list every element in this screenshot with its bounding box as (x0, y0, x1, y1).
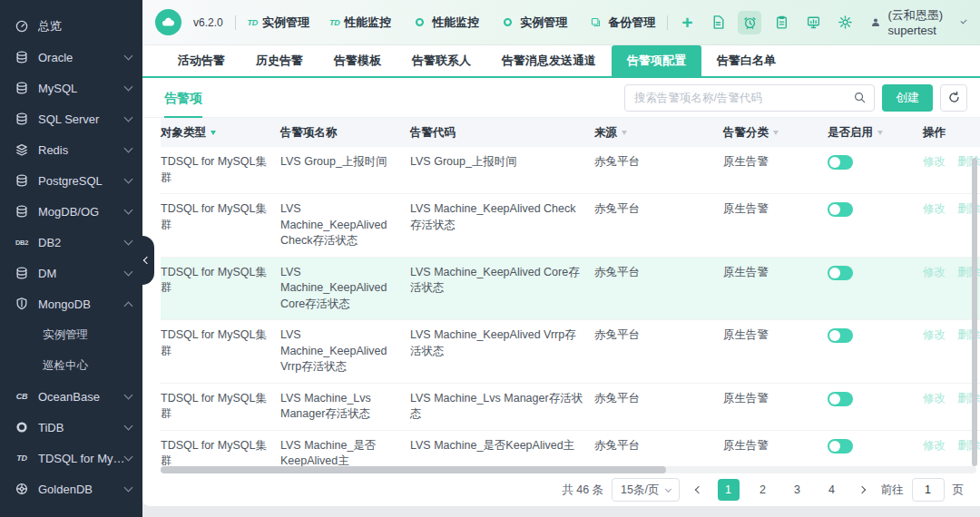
create-button[interactable]: 创建 (882, 84, 933, 112)
filter-icon[interactable] (877, 131, 883, 138)
topbar-tabs: TD实例管理TD性能监控性能监控实例管理备份管理 (248, 15, 656, 31)
topbar-tab-instance-management-td[interactable]: TD实例管理 (248, 15, 309, 31)
column-header-object-type[interactable]: 对象类型 (161, 125, 280, 141)
column-header-source[interactable]: 来源 (594, 125, 723, 141)
enable-toggle[interactable] (828, 392, 853, 406)
sidebar-item-oceanbase[interactable]: CBOceanBase (0, 381, 142, 412)
sidebar-item-redis[interactable]: Redis (0, 134, 142, 165)
search-input[interactable] (625, 92, 845, 104)
horizontal-scrollbar[interactable] (161, 466, 666, 473)
sidebar-collapse-handle[interactable] (142, 236, 154, 285)
subnav-tab-alert-whitelist[interactable]: 告警白名单 (701, 45, 791, 76)
user-menu[interactable]: (云和恩墨) supertest (870, 7, 965, 37)
cell-object-type: TDSQL for MySQL集群 (161, 147, 280, 193)
subnav-tab-alert-item-config[interactable]: 告警项配置 (612, 45, 701, 76)
topbar-tab-performance-monitor[interactable]: 性能监控 (411, 15, 479, 31)
topbar-tab-performance-monitor-td[interactable]: TD性能监控 (329, 15, 391, 31)
prev-page-button[interactable] (688, 479, 710, 501)
gear-icon-button[interactable] (833, 11, 857, 34)
table-row: TDSQL for MySQL集群LVS Group_上报时间LVS Group… (161, 147, 980, 194)
enable-toggle[interactable] (828, 155, 853, 170)
page-numbers: 1234 (718, 479, 843, 501)
enable-toggle[interactable] (828, 202, 853, 217)
edit-link[interactable]: 修改 (923, 202, 946, 215)
sidebar-item-dm[interactable]: DM (0, 258, 142, 288)
sidebar-item-mysql[interactable]: MySQL (0, 73, 142, 103)
monitor-icon-button[interactable] (801, 11, 825, 34)
page-button-4[interactable]: 4 (821, 479, 843, 501)
subnav-tab-label: 告警模板 (334, 53, 381, 69)
cell-enabled (828, 147, 923, 182)
shield-icon (14, 297, 30, 311)
topbar-right: (云和恩墨) supertest (706, 7, 965, 37)
alarm-icon-button[interactable] (738, 11, 761, 34)
topbar-icon-buttons (706, 11, 857, 34)
topbar-tab-backup-management[interactable]: 备份管理 (587, 15, 655, 31)
sidebar-item-goldendb[interactable]: GoldenDB (0, 473, 142, 504)
topbar-tab-label: 备份管理 (608, 15, 655, 31)
subnav-tab-alert-contacts[interactable]: 告警联系人 (397, 45, 486, 76)
sidebar-item-db2[interactable]: DB2DB2 (0, 227, 142, 258)
topbar-tab-instance-management[interactable]: 实例管理 (499, 15, 567, 31)
column-header-alert-category[interactable]: 告警分类 (723, 125, 828, 141)
sidebar-subitem-inspection-center[interactable]: 巡检中心 (0, 350, 142, 381)
filter-icon[interactable] (622, 131, 627, 138)
edit-link[interactable]: 修改 (923, 266, 946, 278)
enable-toggle[interactable] (828, 266, 853, 280)
sidebar-item-mongodb[interactable]: MongoDB (0, 288, 142, 319)
filter-icon[interactable] (211, 131, 216, 138)
edit-link[interactable]: 修改 (923, 328, 946, 341)
app-logo[interactable] (155, 9, 181, 35)
next-page-button[interactable] (851, 479, 873, 501)
edit-link[interactable]: 修改 (923, 439, 946, 452)
sidebar-item-mogdb-og[interactable]: MogDB/OG (0, 196, 142, 227)
chevron-down-icon (664, 485, 671, 492)
search-button[interactable] (845, 85, 874, 111)
page-button-1[interactable]: 1 (718, 479, 740, 501)
enable-toggle[interactable] (828, 328, 853, 343)
page-size-select[interactable]: 15条/页 (612, 478, 679, 502)
cell-alert-name: LVS Machine_KeepAlived Vrrp存活状态 (280, 320, 410, 383)
filter-icon[interactable] (773, 131, 779, 138)
cell-alert-code: LVS Machine_KeepAlived Core存活状态 (410, 258, 594, 304)
sidebar-item-tidb[interactable]: TiDB (0, 412, 142, 443)
chevron-down-icon (124, 268, 133, 277)
document-icon-button[interactable] (706, 11, 730, 34)
subnav-tab-active-alerts[interactable]: 活动告警 (162, 45, 240, 76)
sidebar-item-overview[interactable]: 总览 (0, 11, 142, 42)
sidebar-item-postgresql[interactable]: PostgreSQL (0, 165, 142, 196)
ring-icon (411, 15, 427, 30)
enable-toggle[interactable] (828, 439, 853, 454)
cell-alert-code: LVS Machine_是否KeepAlived主 (410, 431, 594, 462)
subnav-tab-alert-templates[interactable]: 告警模板 (318, 45, 397, 76)
sidebar: 总览OracleMySQLSQL ServerRedisPostgreSQLMo… (0, 0, 142, 517)
edit-link[interactable]: 修改 (923, 392, 946, 405)
cell-alert-code: LVS Machine_KeepAlived Vrrp存活状态 (410, 320, 594, 366)
table-row: TDSQL for MySQL集群LVS Machine_KeepAlived … (161, 194, 980, 258)
goto-page-input[interactable] (912, 478, 945, 502)
pagination-bar: 共 46 条 15条/页 1234 前往 页 (142, 473, 980, 506)
column-header-enabled[interactable]: 是否启用 (828, 125, 923, 141)
sidebar-subitem-instance-management[interactable]: 实例管理 (0, 319, 142, 350)
page-button-3[interactable]: 3 (787, 479, 808, 501)
chevron-down-icon (124, 391, 133, 400)
avatar (870, 14, 881, 31)
add-tab-button[interactable]: + (680, 13, 694, 32)
sidebar-item-oracle[interactable]: Oracle (0, 42, 142, 73)
clipboard-icon-button[interactable] (769, 11, 793, 34)
cell-alert-name: LVS Machine_是否KeepAlived主 (280, 431, 410, 467)
cell-enabled (828, 258, 923, 293)
page-button-2[interactable]: 2 (752, 479, 774, 501)
sidebar-item-tdsql-for-mysql[interactable]: TDTDSQL for MySQL (0, 443, 142, 473)
subnav-tab-label: 告警白名单 (717, 53, 776, 69)
subnav-tab-alert-message-channels[interactable]: 告警消息发送通道 (486, 45, 612, 76)
edit-link[interactable]: 修改 (923, 155, 946, 168)
refresh-button[interactable] (940, 84, 967, 112)
sidebar-item-label: PostgreSQL (38, 174, 125, 188)
vertical-scrollbar[interactable] (972, 158, 977, 466)
ring-icon (499, 15, 515, 30)
page-size-value: 15条/页 (621, 483, 659, 498)
sidebar-item-sql-server[interactable]: SQL Server (0, 103, 142, 134)
column-label: 是否启用 (828, 125, 873, 141)
subnav-tab-history-alerts[interactable]: 历史告警 (240, 45, 318, 76)
